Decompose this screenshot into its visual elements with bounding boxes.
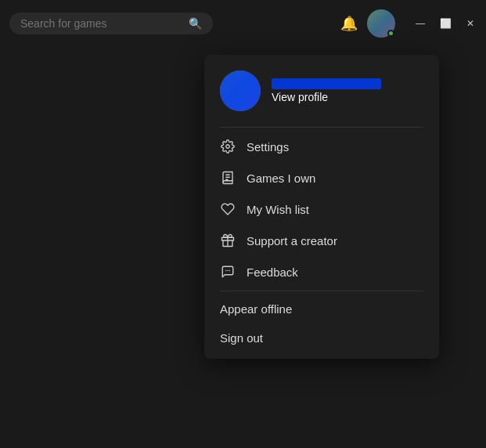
view-profile-link[interactable]: View profile	[272, 91, 381, 103]
menu-divider-top	[220, 127, 423, 128]
appear-offline-label: Appear offline	[220, 302, 292, 316]
maximize-button[interactable]: ⬜	[439, 18, 452, 29]
menu-item-sign-out[interactable]: Sign out	[204, 323, 439, 352]
close-button[interactable]: ✕	[464, 18, 477, 29]
heart-icon	[220, 201, 236, 217]
title-bar: 🔍 🔔 — ⬜ ✕	[0, 0, 486, 47]
menu-item-feedback[interactable]: Feedback	[204, 256, 439, 287]
profile-dropdown-menu: View profile Settings Games I own	[204, 55, 439, 359]
notification-bell-icon[interactable]: 🔔	[340, 15, 358, 32]
profile-username	[272, 78, 381, 89]
support-creator-label: Support a creator	[247, 234, 337, 247]
title-bar-controls: 🔔 — ⬜ ✕	[340, 9, 477, 38]
menu-item-games-own[interactable]: Games I own	[204, 162, 439, 193]
menu-section-divider	[220, 291, 423, 291]
search-icon: 🔍	[189, 17, 202, 30]
profile-avatar	[220, 70, 261, 111]
games-own-label: Games I own	[247, 172, 315, 185]
minimize-button[interactable]: —	[414, 18, 427, 29]
gift-icon	[220, 233, 236, 248]
window-controls: — ⬜ ✕	[414, 18, 477, 29]
search-input[interactable]	[20, 17, 182, 30]
svg-point-0	[226, 145, 230, 149]
feedback-label: Feedback	[247, 266, 298, 279]
library-icon	[220, 170, 236, 186]
online-status-dot	[387, 30, 394, 37]
menu-item-support-creator[interactable]: Support a creator	[204, 225, 439, 256]
menu-item-appear-offline[interactable]: Appear offline	[204, 294, 439, 323]
menu-item-settings[interactable]: Settings	[204, 131, 439, 162]
profile-name-area: View profile	[272, 78, 381, 103]
avatar-button[interactable]	[367, 9, 395, 38]
wishlist-label: My Wish list	[247, 203, 309, 216]
settings-label: Settings	[247, 140, 289, 154]
menu-item-wishlist[interactable]: My Wish list	[204, 193, 439, 225]
settings-icon	[220, 139, 236, 154]
sign-out-label: Sign out	[220, 331, 263, 345]
feedback-icon	[220, 264, 236, 280]
profile-section[interactable]: View profile	[204, 61, 439, 124]
search-box[interactable]: 🔍	[9, 13, 213, 34]
